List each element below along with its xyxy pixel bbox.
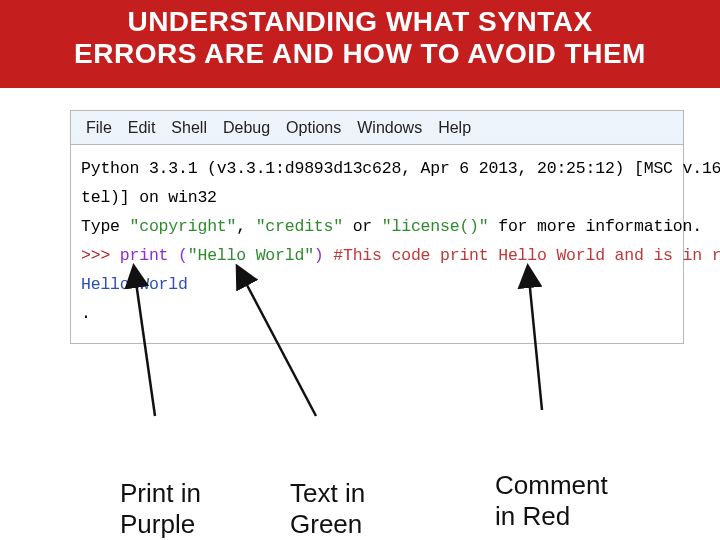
l3-c: , <box>236 217 255 236</box>
l3-d: "credits" <box>256 217 343 236</box>
title-line2: ERRORS ARE AND HOW TO AVOID THEM <box>74 38 646 69</box>
menu-edit[interactable]: Edit <box>121 117 163 139</box>
l3-f: "license()" <box>382 217 489 236</box>
shell-line3: Type "copyright", "credits" or "license(… <box>81 213 673 242</box>
l3-b: "copyright" <box>130 217 237 236</box>
co-comment-l1: Comment <box>495 470 608 500</box>
shell-line5: Hello World <box>81 271 673 300</box>
l3-e: or <box>343 217 382 236</box>
shell-line6: . <box>81 300 673 329</box>
shell-output: Python 3.3.1 (v3.3.1:d9893d13c628, Apr 6… <box>71 145 683 342</box>
menu-debug[interactable]: Debug <box>216 117 277 139</box>
l3-a: Type <box>81 217 130 236</box>
slide-title-bar: UNDERSTANDING WHAT SYNTAX ERRORS ARE AND… <box>0 0 720 88</box>
paren-close: ) <box>314 246 324 265</box>
l3-g: for more information. <box>489 217 702 236</box>
menubar: File Edit Shell Debug Options Windows He… <box>71 111 683 145</box>
menu-shell[interactable]: Shell <box>164 117 214 139</box>
co-text-l1: Text in <box>290 478 365 508</box>
menu-file[interactable]: File <box>79 117 119 139</box>
prompt: >>> <box>81 246 120 265</box>
co-print-l2: Purple <box>120 509 195 539</box>
menu-help[interactable]: Help <box>431 117 478 139</box>
title-line1: UNDERSTANDING WHAT SYNTAX <box>127 6 592 37</box>
callout-comment: Comment in Red <box>495 470 608 532</box>
co-comment-l2: in Red <box>495 501 570 531</box>
slide-title: UNDERSTANDING WHAT SYNTAX ERRORS ARE AND… <box>10 6 710 70</box>
print-space <box>168 246 178 265</box>
shell-line2: tel)] on win32 <box>81 184 673 213</box>
comment: #This code print Hello World and is in r… <box>324 246 720 265</box>
paren-open: ( <box>178 246 188 265</box>
print-kw: print <box>120 246 169 265</box>
output: Hello World <box>81 275 188 294</box>
idle-shell-window: File Edit Shell Debug Options Windows He… <box>70 110 684 343</box>
shell-line4: >>> print ("Hello World") #This code pri… <box>81 242 673 271</box>
shell-line1: Python 3.3.1 (v3.3.1:d9893d13c628, Apr 6… <box>81 155 673 184</box>
menu-options[interactable]: Options <box>279 117 348 139</box>
shell-container: File Edit Shell Debug Options Windows He… <box>0 88 720 343</box>
hello-string: "Hello World" <box>188 246 314 265</box>
callout-print: Print in Purple <box>120 478 201 540</box>
co-print-l1: Print in <box>120 478 201 508</box>
menu-windows[interactable]: Windows <box>350 117 429 139</box>
callout-text: Text in Green <box>290 478 365 540</box>
co-text-l2: Green <box>290 509 362 539</box>
